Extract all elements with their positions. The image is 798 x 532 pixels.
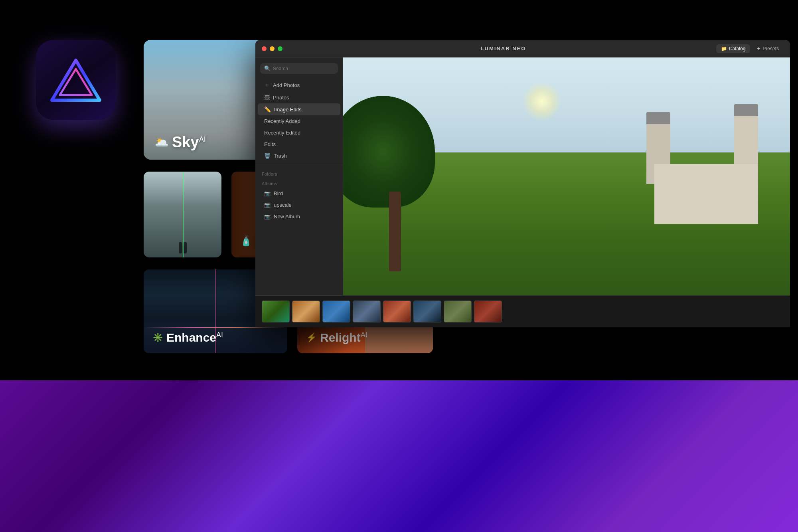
sidebar-divider-1 (255, 165, 343, 165)
sidebar-item-image-edits[interactable]: ✏️ Image Edits (258, 103, 340, 115)
search-icon: 🔍 (264, 65, 271, 71)
photo-sun-glow (522, 81, 562, 121)
relight-card-label: ⚡ RelightAI (306, 331, 367, 344)
app-window: LUMINAR NEO 📁 Catalog ✦ Presets 🔍 ＋ (255, 40, 790, 327)
skin-bottle-icon: 🧴 (240, 235, 252, 247)
enhance-card-label: ✳️ EnhanceAI (152, 331, 223, 344)
relight-ai-badge: AI (361, 331, 367, 339)
relight-label-text: RelightAI (320, 331, 367, 344)
trash-label: Trash (274, 153, 287, 159)
presets-icon: ✦ (757, 46, 760, 51)
sky-card-label: 🌥️ SkyAI (155, 134, 206, 151)
film-thumb-4[interactable] (353, 301, 381, 322)
recently-added-label: Recently Added (264, 118, 300, 124)
film-thumb-1[interactable] (262, 301, 290, 322)
castle-body (654, 164, 758, 224)
album-new-icon: 📷 (264, 214, 271, 220)
album-upscale-label: upscale (274, 202, 292, 208)
window-controls (262, 46, 282, 51)
main-photo-view (343, 57, 790, 295)
sky-label-text: SkyAI (172, 134, 206, 151)
catalog-label: Catalog (729, 46, 745, 51)
enhance-ai-badge: AI (216, 331, 223, 339)
add-photos-label: Add Photos (273, 82, 300, 88)
film-thumb-5[interactable] (383, 301, 411, 322)
edits-label: Edits (264, 141, 276, 147)
landscape-card (144, 172, 221, 257)
tree-trunk (389, 192, 401, 271)
window-minimize-button[interactable] (270, 46, 275, 51)
film-thumb-8[interactable] (474, 301, 502, 322)
relight-bolt-icon: ⚡ (306, 332, 317, 343)
tree-canopy (343, 96, 435, 208)
sidebar-item-album-upscale[interactable]: 📷 upscale (258, 199, 340, 211)
recently-edited-label: Recently Edited (264, 130, 300, 136)
album-bird-label: Bird (274, 190, 283, 196)
all-photos-label: Photos (273, 95, 289, 101)
trash-icon: 🗑️ (264, 153, 271, 159)
photos-icon: 🖼 (264, 94, 270, 101)
folders-section-label: Folders (255, 168, 343, 178)
app-title-area: LUMINAR NEO (290, 45, 716, 51)
title-bar: LUMINAR NEO 📁 Catalog ✦ Presets (255, 40, 790, 57)
sidebar-item-photos[interactable]: 🖼 Photos (258, 91, 340, 103)
title-actions: 📁 Catalog ✦ Presets (716, 44, 784, 53)
presets-button[interactable]: ✦ Presets (752, 44, 784, 53)
background-gradient (0, 380, 798, 532)
castle-tower-top-left (646, 112, 670, 124)
film-thumb-3[interactable] (322, 301, 350, 322)
app-title-text: LUMINAR NEO (481, 45, 526, 51)
add-photos-icon: ＋ (264, 81, 270, 89)
sidebar-item-recently-edited[interactable]: Recently Edited (258, 127, 340, 138)
catalog-button[interactable]: 📁 Catalog (716, 44, 750, 53)
window-maximize-button[interactable] (278, 46, 282, 51)
enhance-star-icon: ✳️ (152, 332, 163, 343)
album-upscale-icon: 📷 (264, 202, 271, 208)
albums-section-label: Albums (255, 178, 343, 188)
sidebar-item-add-photos[interactable]: ＋ Add Photos (258, 79, 340, 91)
sky-cloud-icon: 🌥️ (155, 136, 169, 149)
app-icon (36, 40, 116, 120)
sidebar-item-trash[interactable]: 🗑️ Trash (258, 150, 340, 162)
search-bar[interactable]: 🔍 (260, 63, 338, 74)
figure-1 (179, 242, 182, 253)
photo-tree (355, 105, 435, 271)
window-close-button[interactable] (262, 46, 267, 51)
film-thumb-6[interactable] (413, 301, 441, 322)
image-edits-label: Image Edits (274, 107, 302, 113)
album-new-label: New Album (274, 214, 300, 220)
sidebar-item-album-new[interactable]: 📷 New Album (258, 211, 340, 222)
photo-display (343, 57, 790, 295)
sidebar-item-album-bird[interactable]: 📷 Bird (258, 188, 340, 199)
catalog-icon: 📁 (721, 46, 727, 51)
sidebar-item-edits[interactable]: Edits (258, 138, 340, 150)
sidebar: 🔍 ＋ Add Photos 🖼 Photos ✏️ Image Edits R… (255, 57, 343, 295)
sky-ai-badge: AI (199, 135, 206, 143)
sidebar-item-recently-added[interactable]: Recently Added (258, 115, 340, 127)
search-input[interactable] (273, 66, 334, 71)
svg-marker-1 (60, 69, 92, 95)
photo-castle (646, 93, 766, 224)
figure-2 (184, 242, 187, 253)
film-thumb-7[interactable] (444, 301, 472, 322)
film-strip[interactable] (255, 295, 790, 327)
app-body: 🔍 ＋ Add Photos 🖼 Photos ✏️ Image Edits R… (255, 57, 790, 295)
film-thumb-2[interactable] (292, 301, 320, 322)
presets-label: Presets (762, 46, 779, 51)
app-icon-svg (50, 57, 102, 103)
landscape-figures (179, 242, 187, 253)
castle-tower-top-right (734, 104, 758, 116)
enhance-label-text: EnhanceAI (166, 331, 223, 344)
image-edits-icon: ✏️ (264, 106, 271, 113)
album-bird-icon: 📷 (264, 190, 271, 196)
